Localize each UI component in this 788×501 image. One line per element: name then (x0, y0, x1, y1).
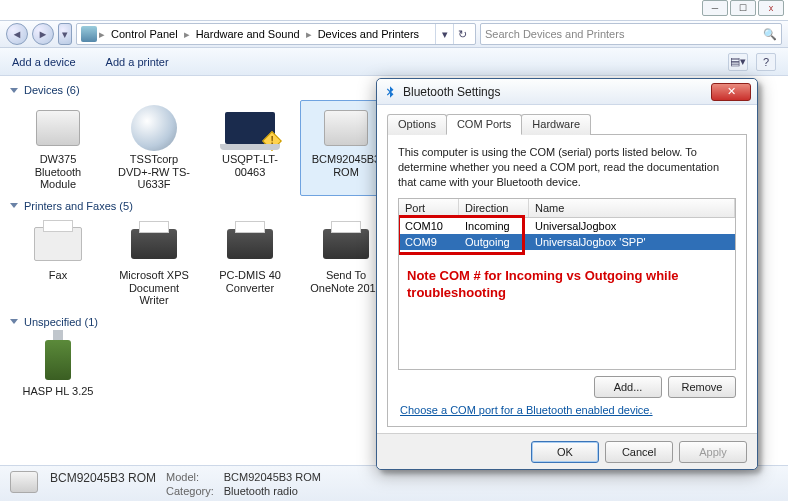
breadcrumb-segment[interactable]: Devices and Printers (314, 28, 424, 40)
add-device-button[interactable]: Add a device (12, 56, 76, 68)
device-label: BCM92045B3 ROM (305, 153, 387, 178)
usb-dongle-icon (45, 340, 71, 380)
section-title: Devices (6) (24, 84, 80, 96)
printer-item[interactable]: PC-DMIS 40 Converter (204, 216, 296, 312)
cancel-button[interactable]: Cancel (605, 441, 673, 463)
col-port[interactable]: Port (399, 199, 459, 217)
history-dropdown[interactable]: ▾ (58, 23, 72, 45)
cell-direction: Outgoing (459, 234, 529, 250)
printer-icon (227, 229, 273, 259)
annotation-text: Note COM # for Incoming vs Outgoing whil… (407, 267, 725, 302)
unspecified-label: HASP HL 3.25 (23, 385, 94, 398)
warning-shield-icon (262, 131, 282, 151)
cell-name: UniversalJogbox 'SPP' (529, 234, 735, 250)
printer-label: Send To OneNote 2010 (305, 269, 387, 294)
choose-com-port-link[interactable]: Choose a COM port for a Bluetooth enable… (398, 398, 736, 418)
optical-drive-icon (131, 105, 177, 151)
breadcrumb-dropdown[interactable]: ▾ (435, 24, 453, 44)
printer-icon (131, 229, 177, 259)
chevron-right-icon: ▸ (99, 28, 105, 41)
dialog-title: Bluetooth Settings (403, 85, 500, 99)
device-item[interactable]: TSSTcorp DVD+-RW TS-U633F (108, 100, 200, 196)
help-button[interactable]: ? (756, 53, 776, 71)
tab-hardware[interactable]: Hardware (521, 114, 591, 135)
add-port-button[interactable]: Add... (594, 376, 662, 398)
device-item[interactable]: USQPT-LT-00463 (204, 100, 296, 196)
bluetooth-module-icon (36, 110, 80, 146)
com-ports-description: This computer is using the COM (serial) … (398, 145, 736, 190)
device-label: DW375 Bluetooth Module (17, 153, 99, 191)
search-input[interactable]: Search Devices and Printers 🔍 (480, 23, 782, 45)
search-placeholder: Search Devices and Printers (485, 28, 624, 40)
device-label: USQPT-LT-00463 (209, 153, 291, 178)
ok-button[interactable]: OK (531, 441, 599, 463)
location-icon (81, 26, 97, 42)
details-model-key: Model: (166, 471, 214, 485)
view-options-button[interactable]: ▤▾ (728, 53, 748, 71)
section-title: Printers and Faxes (5) (24, 200, 133, 212)
cell-direction: Incoming (459, 218, 529, 234)
collapse-icon (10, 203, 18, 208)
unspecified-item[interactable]: HASP HL 3.25 (12, 332, 104, 403)
dialog-footer: OK Cancel Apply (377, 433, 757, 469)
dialog-titlebar[interactable]: Bluetooth Settings ✕ (377, 79, 757, 105)
back-button[interactable]: ◄ (6, 23, 28, 45)
breadcrumb-segment[interactable]: Control Panel (107, 28, 182, 40)
cell-port: COM10 (399, 218, 459, 234)
tab-com-ports[interactable]: COM Ports (446, 114, 522, 135)
table-row[interactable]: COM10 Incoming UniversalJogbox (399, 218, 735, 234)
bluetooth-settings-dialog: Bluetooth Settings ✕ Options COM Ports H… (376, 78, 758, 470)
printer-label: PC-DMIS 40 Converter (209, 269, 291, 294)
printer-label: Fax (49, 269, 67, 282)
printer-item[interactable]: Fax (12, 216, 104, 312)
remove-port-button[interactable]: Remove (668, 376, 736, 398)
section-title: Unspecified (1) (24, 316, 98, 328)
breadcrumb-segment[interactable]: Hardware and Sound (192, 28, 304, 40)
table-header: Port Direction Name (399, 199, 735, 218)
details-name: BCM92045B3 ROM (50, 471, 156, 485)
fax-icon (34, 227, 82, 261)
details-category-key: Category: (166, 485, 214, 497)
address-bar: ◄ ► ▾ ▸ Control Panel ▸ Hardware and Sou… (0, 20, 788, 48)
device-thumb-icon (10, 471, 38, 493)
com-ports-table[interactable]: Port Direction Name COM10 Incoming Unive… (398, 198, 736, 370)
col-name[interactable]: Name (529, 199, 735, 217)
add-printer-button[interactable]: Add a printer (106, 56, 169, 68)
printer-label: Microsoft XPS Document Writer (113, 269, 195, 307)
table-row-selected[interactable]: COM9 Outgoing UniversalJogbox 'SPP' (399, 234, 735, 250)
search-icon: 🔍 (763, 28, 777, 41)
tab-options[interactable]: Options (387, 114, 447, 135)
printer-icon (323, 229, 369, 259)
cell-port: COM9 (399, 234, 459, 250)
command-bar: Add a device Add a printer ▤▾ ? (0, 48, 788, 76)
chevron-right-icon: ▸ (184, 28, 190, 41)
printer-item[interactable]: Microsoft XPS Document Writer (108, 216, 200, 312)
device-label: TSSTcorp DVD+-RW TS-U633F (113, 153, 195, 191)
forward-button[interactable]: ► (32, 23, 54, 45)
breadcrumb[interactable]: ▸ Control Panel ▸ Hardware and Sound ▸ D… (76, 23, 476, 45)
cell-name: UniversalJogbox (529, 218, 735, 234)
close-button[interactable]: x (758, 0, 784, 16)
computer-icon (225, 112, 275, 144)
bluetooth-radio-icon (324, 110, 368, 146)
tab-panel-com-ports: This computer is using the COM (serial) … (387, 135, 747, 427)
device-item[interactable]: DW375 Bluetooth Module (12, 100, 104, 196)
bluetooth-icon (383, 85, 397, 99)
maximize-button[interactable]: ☐ (730, 0, 756, 16)
window-controls: ─ ☐ x (702, 0, 788, 18)
col-direction[interactable]: Direction (459, 199, 529, 217)
apply-button[interactable]: Apply (679, 441, 747, 463)
dialog-tabs: Options COM Ports Hardware (387, 113, 747, 135)
details-model-value: BCM92045B3 ROM (224, 471, 321, 485)
details-category-value: Bluetooth radio (224, 485, 321, 497)
minimize-button[interactable]: ─ (702, 0, 728, 16)
collapse-icon (10, 88, 18, 93)
chevron-right-icon: ▸ (306, 28, 312, 41)
dialog-close-button[interactable]: ✕ (711, 83, 751, 101)
collapse-icon (10, 319, 18, 324)
refresh-button[interactable]: ↻ (453, 24, 471, 44)
